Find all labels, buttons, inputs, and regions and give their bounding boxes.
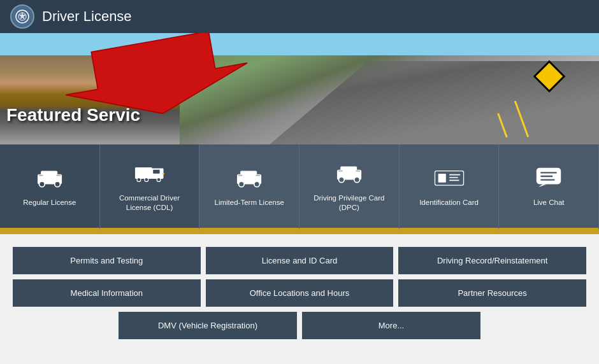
svg-point-20 xyxy=(254,181,260,187)
svg-point-14 xyxy=(144,178,148,181)
featured-cards: Regular License xyxy=(0,144,599,230)
license-id-btn[interactable]: License and ID Card xyxy=(206,247,394,274)
link-row-3: DMV (Vehicle Registration) More... xyxy=(13,312,586,339)
svg-rect-32 xyxy=(449,177,458,178)
svg-rect-28 xyxy=(356,170,360,171)
svg-rect-11 xyxy=(134,167,152,179)
permits-testing-btn[interactable]: Permits and Testing xyxy=(13,247,201,274)
card-limited-term[interactable]: Limited-Term License xyxy=(199,144,300,230)
svg-rect-33 xyxy=(449,179,459,181)
svg-point-15 xyxy=(157,178,161,181)
card-label: Live Chat xyxy=(533,198,565,207)
svg-rect-27 xyxy=(338,170,343,171)
svg-rect-8 xyxy=(38,175,43,176)
svg-rect-5 xyxy=(41,171,57,178)
id-card-icon xyxy=(433,165,466,193)
car3-icon xyxy=(333,160,366,188)
driving-record-btn[interactable]: Driving Record/Reinstatement xyxy=(398,247,586,274)
featured-section: Regular License xyxy=(0,144,599,230)
medical-btn[interactable]: Medical Information xyxy=(13,279,201,307)
dmv-btn[interactable]: DMV (Vehicle Registration) xyxy=(119,312,297,339)
card-label: Commercial Driver License (CDL) xyxy=(119,193,180,213)
svg-point-6 xyxy=(39,181,45,187)
card-label: Regular License xyxy=(23,198,76,207)
svg-rect-22 xyxy=(256,175,261,176)
svg-rect-35 xyxy=(540,172,557,173)
header: Driver License xyxy=(0,0,599,33)
svg-point-26 xyxy=(354,177,360,183)
truck-icon xyxy=(133,160,166,188)
svg-rect-12 xyxy=(153,169,159,173)
svg-rect-16 xyxy=(162,173,164,174)
card-cdl[interactable]: Commercial Driver License (CDL) xyxy=(100,144,200,230)
svg-rect-24 xyxy=(340,166,357,172)
svg-rect-18 xyxy=(240,171,257,178)
svg-rect-37 xyxy=(540,179,554,180)
svg-rect-31 xyxy=(449,174,460,176)
card-regular-license[interactable]: Regular License xyxy=(0,144,100,230)
card-label: Identification Card xyxy=(419,198,479,207)
svg-marker-38 xyxy=(538,184,547,187)
office-locations-btn[interactable]: Office Locations and Hours xyxy=(206,279,394,307)
hero-banner: Featured Servic xyxy=(0,33,599,144)
svg-rect-30 xyxy=(438,174,445,183)
card-live-chat[interactable]: Live Chat xyxy=(499,144,599,230)
link-row-2: Medical Information Office Locations and… xyxy=(13,279,586,307)
seal-icon xyxy=(15,9,30,24)
car2-icon xyxy=(233,165,266,193)
card-id[interactable]: Identification Card xyxy=(400,144,500,230)
featured-text: Featured Servic xyxy=(6,105,140,125)
bottom-section: Permits and Testing License and ID Card … xyxy=(0,234,599,346)
car-icon xyxy=(33,165,66,193)
site-logo xyxy=(10,4,34,29)
svg-rect-9 xyxy=(56,175,61,176)
link-row-1: Permits and Testing License and ID Card … xyxy=(13,247,586,274)
partner-btn[interactable]: Partner Resources xyxy=(398,279,586,307)
card-label: Driving Privilege Card (DPC) xyxy=(314,193,384,213)
svg-rect-36 xyxy=(540,176,552,177)
card-label: Limited-Term License xyxy=(215,198,284,207)
svg-point-25 xyxy=(338,177,344,183)
chat-icon xyxy=(532,165,565,193)
card-dpc[interactable]: Driving Privilege Card (DPC) xyxy=(300,144,400,230)
page-title: Driver License xyxy=(42,8,132,25)
svg-rect-21 xyxy=(238,175,243,176)
svg-point-7 xyxy=(55,181,61,187)
more-btn[interactable]: More... xyxy=(302,312,480,339)
svg-point-19 xyxy=(239,181,245,187)
svg-point-13 xyxy=(136,178,140,181)
